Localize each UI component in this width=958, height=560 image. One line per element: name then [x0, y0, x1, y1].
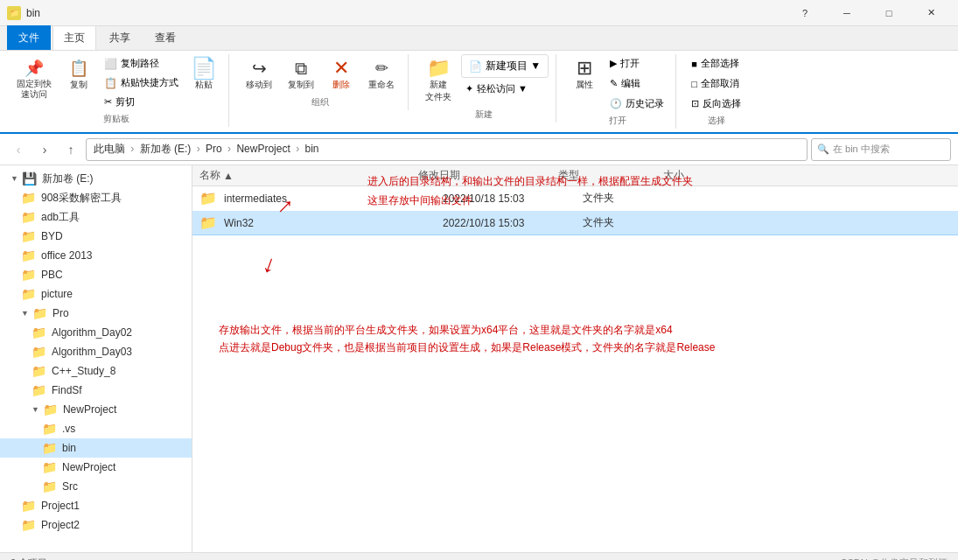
- folder-icon-pbc: 📁: [21, 268, 36, 282]
- new-item-button[interactable]: 📄 新建项目 ▼: [461, 54, 549, 78]
- move-to-button[interactable]: ↪ 移动到: [240, 54, 278, 94]
- paste-label: 粘贴: [195, 79, 213, 91]
- paste-button[interactable]: 📄 粘贴: [186, 54, 221, 94]
- sep1: ›: [130, 143, 134, 155]
- easy-access-button[interactable]: ✦ 轻松访问 ▼: [461, 80, 549, 98]
- folder-icon-office2013: 📁: [21, 248, 36, 262]
- sidebar-label-vs: .vs: [62, 423, 75, 435]
- sidebar-item-byd[interactable]: 📁 BYD: [0, 227, 192, 246]
- new-item-label: 新建项目 ▼: [486, 59, 541, 74]
- sidebar-item-findsf[interactable]: 📁 FindSf: [0, 381, 192, 400]
- help-button[interactable]: ?: [785, 0, 825, 26]
- tab-share[interactable]: 共享: [98, 25, 142, 50]
- file-row-intermediates[interactable]: 📁 intermediates 2022/10/18 15:03 文件夹: [192, 186, 958, 211]
- history-icon: 🕐: [610, 98, 622, 109]
- folder-icon-project1: 📁: [21, 499, 36, 513]
- open-button[interactable]: ▶ 打开: [605, 54, 668, 73]
- sidebar-item-project2[interactable]: 📁 Project2: [0, 515, 192, 535]
- back-button[interactable]: ‹: [7, 138, 30, 161]
- pin-icon: 📌: [24, 58, 45, 79]
- new-group: 📁 新建文件夹 📄 新建项目 ▼ ✦ 轻松访问 ▼ 新建: [416, 54, 556, 122]
- col-header-date[interactable]: 修改日期: [418, 168, 558, 183]
- sidebar-item-project1[interactable]: 📁 Project1: [0, 496, 192, 515]
- search-box[interactable]: 🔍 在 bin 中搜索: [811, 138, 951, 161]
- sidebar-item-algorithm-day03[interactable]: 📁 Algorithm_Day03: [0, 342, 192, 361]
- sidebar-item-office2013[interactable]: 📁 office 2013: [0, 246, 192, 265]
- search-icon: 🔍: [817, 144, 829, 155]
- copy-to-icon: ⧉: [290, 58, 311, 79]
- sidebar-label-adb: adb工具: [41, 210, 80, 225]
- sep2: ›: [197, 143, 200, 155]
- folder-icon-alg02: 📁: [31, 326, 46, 340]
- tab-home[interactable]: 主页: [52, 25, 96, 50]
- file-row-win32[interactable]: 📁 Win32 2022/10/18 15:03 文件夹: [192, 211, 958, 235]
- select-all-icon: ■: [691, 59, 697, 69]
- sidebar-item-bin[interactable]: 📁 bin: [0, 438, 192, 458]
- select-label: 选择: [708, 115, 725, 127]
- sidebar-label-alg03: Algorithm_Day03: [52, 346, 132, 358]
- col-header-type[interactable]: 类型: [558, 168, 663, 183]
- sidebar-label-picture: picture: [41, 288, 73, 300]
- deselect-all-button[interactable]: □ 全部取消: [687, 74, 745, 93]
- easy-access-label: 轻松访问 ▼: [477, 82, 528, 95]
- address-bar[interactable]: 此电脑 › 新加卷 (E:) › Pro › NewProject › bin: [86, 138, 808, 161]
- file-type-win32: 文件夹: [583, 215, 688, 230]
- tab-file[interactable]: 文件: [7, 25, 51, 50]
- maximize-button[interactable]: □: [869, 0, 909, 26]
- copy-to-button[interactable]: ⧉ 复制到: [282, 54, 320, 94]
- sidebar-item-algorithm-day02[interactable]: 📁 Algorithm_Day02: [0, 323, 192, 342]
- sidebar-label-byd: BYD: [41, 230, 63, 242]
- status-bar: 2 个项目 CSDN @你像寒风和烈酒: [0, 552, 958, 560]
- sidebar-item-908[interactable]: 📁 908采数解密工具: [0, 188, 192, 207]
- sidebar-item-cpp-study[interactable]: 📁 C++_Study_8: [0, 361, 192, 381]
- folder-icon-cpp: 📁: [31, 364, 46, 378]
- close-button[interactable]: ✕: [911, 0, 951, 26]
- minimize-button[interactable]: ─: [827, 0, 867, 26]
- sidebar-item-adb[interactable]: 📁 adb工具: [0, 207, 192, 227]
- copy-button[interactable]: 📋 复制: [61, 54, 96, 94]
- sidebar-item-pbc[interactable]: 📁 PBC: [0, 265, 192, 284]
- tab-view[interactable]: 查看: [143, 25, 187, 50]
- col-header-name[interactable]: 名称 ▲: [199, 168, 418, 183]
- sidebar-item-newproject[interactable]: ▼ 📁 NewProject: [0, 400, 192, 419]
- sidebar-label-bin: bin: [62, 442, 76, 454]
- pin-button[interactable]: 📌 固定到快速访问: [10, 54, 58, 103]
- folder-icon-findsf: 📁: [31, 383, 46, 397]
- expand-pro-icon: ▼: [21, 309, 29, 318]
- history-button[interactable]: 🕐 历史记录: [605, 94, 668, 113]
- open-label: 打开: [609, 115, 626, 127]
- paste-shortcut-button[interactable]: 📋 粘贴快捷方式: [100, 74, 183, 92]
- new-folder-button[interactable]: 📁 新建文件夹: [419, 54, 458, 107]
- sidebar-item-pro[interactable]: ▼ 📁 Pro: [0, 304, 192, 323]
- col-header-size[interactable]: 大小: [663, 168, 951, 183]
- folder-icon-pro: 📁: [32, 306, 47, 320]
- properties-button[interactable]: ⊞ 属性: [567, 54, 602, 94]
- folder-icon-vs: 📁: [42, 422, 57, 436]
- sidebar-label-pbc: PBC: [41, 269, 63, 281]
- cut-button[interactable]: ✂ 剪切: [100, 93, 183, 111]
- copy-path-button[interactable]: ⬜ 复制路径: [100, 54, 183, 73]
- sidebar-label-newproject: NewProject: [63, 403, 116, 416]
- sidebar-item-newproject2[interactable]: 📁 NewProject: [0, 458, 192, 477]
- deselect-all-label: 全部取消: [701, 77, 739, 90]
- drive-icon: 💾: [22, 172, 37, 186]
- organize-label: 组织: [311, 96, 329, 108]
- crumb-bin: bin: [304, 143, 318, 155]
- delete-button[interactable]: ✕ 删除: [324, 54, 359, 94]
- forward-button[interactable]: ›: [33, 138, 56, 161]
- copy-icon: 📋: [68, 58, 89, 79]
- rename-button[interactable]: ✏ 重命名: [362, 54, 401, 94]
- select-all-button[interactable]: ■ 全部选择: [687, 54, 745, 73]
- window-title: bin: [26, 7, 40, 19]
- sidebar-item-picture[interactable]: 📁 picture: [0, 284, 192, 304]
- sidebar-item-new-volume[interactable]: ▼ 💾 新加卷 (E:): [0, 169, 192, 188]
- sidebar-item-src[interactable]: 📁 Src: [0, 477, 192, 496]
- sidebar-item-vs[interactable]: 📁 .vs: [0, 419, 192, 438]
- folder-icon-byd: 📁: [21, 229, 36, 243]
- folder-icon-intermediates: 📁: [199, 190, 217, 206]
- copy-path-label: 复制路径: [121, 57, 159, 70]
- up-button[interactable]: ↑: [59, 138, 82, 161]
- sep3: ›: [227, 143, 231, 155]
- invert-select-button[interactable]: ⊡ 反向选择: [687, 94, 745, 113]
- edit-button[interactable]: ✎ 编辑: [605, 74, 668, 93]
